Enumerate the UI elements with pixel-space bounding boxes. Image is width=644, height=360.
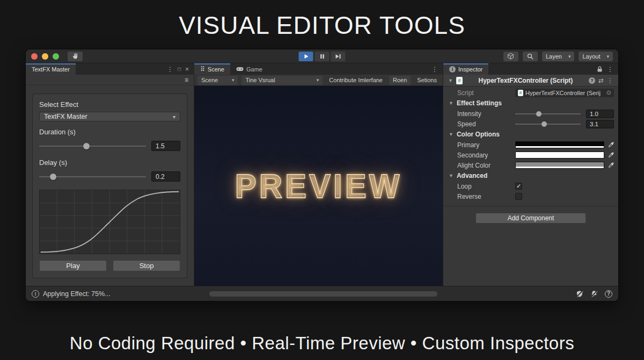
primary-color-swatch[interactable] bbox=[515, 141, 604, 148]
foldout-arrow-icon: ▼ bbox=[449, 132, 453, 137]
script-object-field[interactable]: # HyperTextFXController (Serij ⊙ bbox=[515, 89, 614, 97]
play-button[interactable] bbox=[299, 52, 313, 61]
script-row: Script # HyperTextFXController (Serij ⊙ bbox=[443, 88, 618, 98]
foldout-arrow-icon[interactable]: ▼ bbox=[448, 78, 453, 83]
play-effect-button[interactable]: Play bbox=[39, 260, 107, 271]
notifications-disabled-icon[interactable] bbox=[590, 290, 598, 298]
scene-mode-dropdown[interactable]: Scene ▾ bbox=[197, 76, 238, 85]
alight-color-row: Alight Color bbox=[443, 160, 618, 170]
foldout-advanced[interactable]: ▼ Advanced bbox=[443, 170, 618, 181]
foldout-effect-settings[interactable]: ▼ Effect Settings bbox=[443, 98, 618, 109]
tab-textfx-master[interactable]: TextFX Master bbox=[26, 63, 76, 75]
pause-button[interactable] bbox=[315, 52, 330, 61]
page: VISUAL EDITOR TOOLS bbox=[0, 0, 644, 360]
chevron-down-icon: ▾ bbox=[317, 77, 319, 83]
help-icon[interactable]: ? bbox=[589, 77, 595, 84]
hand-tool-button[interactable] bbox=[68, 52, 83, 61]
layout-dropdown[interactable]: Layout ▾ bbox=[579, 52, 613, 61]
zoom-window-button[interactable] bbox=[53, 53, 59, 60]
tab-inspector-label: Inspector bbox=[458, 66, 482, 73]
progress-bar bbox=[209, 291, 437, 297]
reverse-row: Reverse ✓ bbox=[443, 191, 618, 201]
close-window-button[interactable] bbox=[31, 53, 38, 60]
duration-value-field[interactable]: 1.5 bbox=[151, 141, 180, 151]
search-button[interactable] bbox=[523, 52, 538, 61]
speed-row: Speed 3.1 bbox=[443, 119, 618, 129]
minimize-window-button[interactable] bbox=[42, 53, 48, 60]
tab-game[interactable]: Game bbox=[230, 63, 268, 75]
duration-row: 1.5 bbox=[39, 141, 180, 151]
scene-viewport[interactable]: PREVIEW bbox=[194, 86, 443, 286]
presets-icon[interactable]: ⇄ bbox=[598, 77, 604, 84]
tab-scene[interactable]: ⠿ Scene bbox=[194, 63, 230, 75]
foldout-advanced-label: Advanced bbox=[457, 172, 487, 179]
reverse-label: Reverse bbox=[457, 193, 515, 200]
speed-slider-thumb[interactable] bbox=[541, 121, 547, 127]
alight-color-swatch[interactable] bbox=[515, 162, 604, 169]
animation-curve-field[interactable] bbox=[39, 190, 180, 254]
tab-textfx-label: TextFX Master bbox=[32, 66, 70, 73]
foldout-arrow-icon: ▼ bbox=[449, 100, 453, 106]
help-icon[interactable]: ? bbox=[605, 290, 612, 298]
more-icon[interactable]: ⋮ bbox=[607, 77, 613, 84]
textfx-panel: TextFX Master ⋮ □ × ≡ Select Effect Text… bbox=[26, 63, 194, 286]
eyedropper-icon[interactable] bbox=[608, 142, 614, 148]
alpha-strip bbox=[516, 156, 604, 158]
speed-value-field[interactable]: 3.1 bbox=[586, 120, 614, 128]
secondary-color-label: Secondary bbox=[457, 152, 515, 159]
script-file-icon: # bbox=[456, 77, 463, 84]
package-manager-button[interactable] bbox=[503, 52, 518, 61]
transport-controls bbox=[299, 52, 346, 61]
chevron-down-icon: ▾ bbox=[173, 114, 175, 120]
search-icon bbox=[527, 53, 533, 60]
scene-tab-actions: ⋮ bbox=[431, 63, 443, 75]
delay-slider[interactable] bbox=[39, 173, 146, 180]
foldout-color-options[interactable]: ▼ Color Options bbox=[443, 129, 618, 140]
select-effect-label: Select Effect bbox=[39, 100, 180, 109]
script-label: Script bbox=[457, 89, 515, 97]
layers-dropdown[interactable]: Layen ▾ bbox=[542, 52, 575, 61]
component-header[interactable]: ▼ # HyperTextFXController (Script) ? ⇄ ⋮ bbox=[443, 75, 618, 87]
menu-icon[interactable]: ≡ bbox=[185, 77, 188, 83]
preview-effect-text: PREVIEW bbox=[235, 167, 402, 205]
secondary-color-swatch[interactable] bbox=[515, 152, 604, 159]
scene-tabbar: ⠿ Scene Game ⋮ bbox=[194, 63, 443, 75]
more-icon[interactable]: ⋮ bbox=[431, 66, 438, 73]
more-icon[interactable]: ⋮ bbox=[607, 66, 613, 73]
collab-disabled-icon[interactable] bbox=[576, 290, 583, 298]
effect-select-dropdown[interactable]: TextFX Master ▾ bbox=[39, 112, 180, 121]
intensity-value-field[interactable]: 1.0 bbox=[586, 110, 614, 118]
editor-window: Layen ▾ Layout ▾ TextFX Master ⋮ bbox=[26, 49, 618, 301]
loop-label: Loop bbox=[457, 183, 515, 190]
intensity-row: Intensity 1.0 bbox=[443, 109, 618, 119]
maximize-icon[interactable]: □ bbox=[178, 67, 181, 72]
delay-slider-thumb[interactable] bbox=[50, 174, 56, 180]
intensity-slider[interactable] bbox=[515, 111, 581, 117]
loop-checkbox[interactable]: ✓ bbox=[515, 183, 522, 190]
stop-effect-button[interactable]: Stop bbox=[113, 260, 180, 271]
info-icon: i bbox=[449, 66, 456, 73]
more-icon[interactable]: ⋮ bbox=[167, 66, 173, 73]
delay-value-field[interactable]: 0.2 bbox=[151, 171, 180, 182]
eyedropper-icon[interactable] bbox=[608, 152, 614, 158]
object-picker-icon[interactable]: ⊙ bbox=[606, 89, 611, 96]
component-title: HyperTextFXController (Script) bbox=[466, 77, 586, 84]
tab-inspector[interactable]: i Inspector bbox=[443, 63, 488, 75]
toolbar-item-roen[interactable]: Roen bbox=[389, 76, 411, 85]
intensity-slider-thumb[interactable] bbox=[536, 111, 541, 117]
lock-icon[interactable] bbox=[597, 66, 603, 73]
toolbar-item-contribute[interactable]: Contribute Imlerfane bbox=[326, 77, 385, 83]
step-button[interactable] bbox=[331, 52, 346, 61]
pause-icon bbox=[319, 54, 325, 59]
speed-slider[interactable] bbox=[515, 121, 581, 127]
duration-slider[interactable] bbox=[39, 142, 146, 149]
speed-slider-track bbox=[515, 124, 581, 125]
add-component-button[interactable]: Add Component bbox=[475, 213, 586, 224]
toolbar-item-setions[interactable]: Setions bbox=[414, 77, 440, 83]
reverse-checkbox[interactable]: ✓ bbox=[515, 193, 522, 200]
view-options-dropdown[interactable]: Tine Vsrual ▾ bbox=[241, 76, 323, 85]
delay-row: 0.2 bbox=[39, 171, 180, 182]
duration-slider-thumb[interactable] bbox=[83, 143, 90, 149]
close-icon[interactable]: × bbox=[185, 66, 189, 73]
eyedropper-icon[interactable] bbox=[608, 162, 614, 168]
